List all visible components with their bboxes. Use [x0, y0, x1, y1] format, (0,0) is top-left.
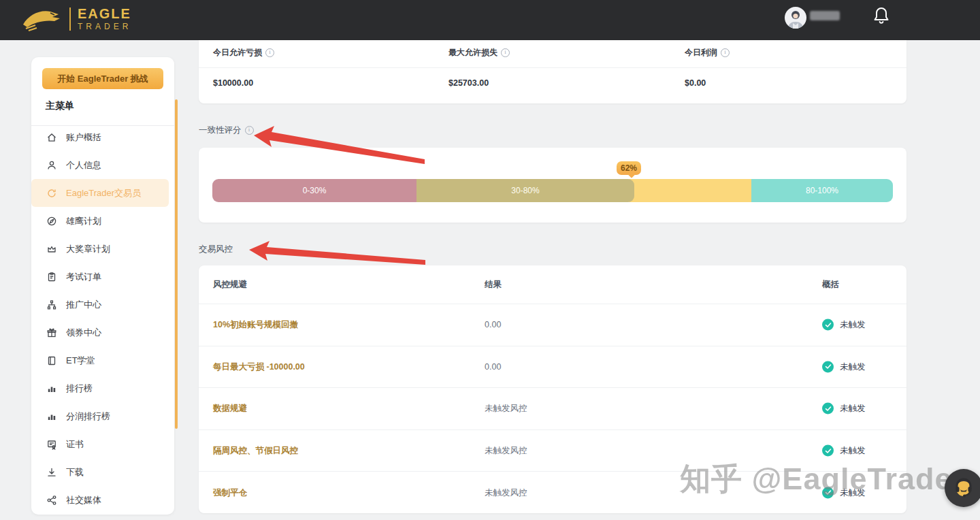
sidebar-item-personal-info[interactable]: 个人信息: [31, 151, 174, 179]
status-text: 未触发: [840, 319, 866, 331]
sidebar-item-label: 账户概括: [66, 131, 101, 144]
stat-label: 今日允许亏损: [213, 47, 274, 59]
sidebar-item-label: 考试订单: [66, 271, 101, 283]
sidebar-item-label: EagleTrader交易员: [66, 187, 141, 199]
info-icon[interactable]: [265, 48, 274, 57]
book-icon: [46, 355, 57, 366]
sidebar-item-eagletrader-trader[interactable]: EagleTrader交易员: [31, 179, 169, 207]
sidebar-item-download[interactable]: 下载: [31, 458, 174, 486]
stat-label: 最大允许损失: [448, 47, 510, 59]
table-row[interactable]: 10%初始账号规模回撤 0.00 未触发: [199, 304, 906, 346]
rule-name: 每日最大亏损 -10000.00: [213, 361, 305, 372]
status-text: 未触发: [840, 445, 866, 457]
info-icon[interactable]: [721, 48, 730, 57]
column-header-rule: 风控规避: [213, 279, 247, 291]
rule-name: 强制平仓: [213, 487, 247, 498]
column-header-summary: 概括: [822, 279, 839, 291]
sidebar-item-social-media[interactable]: 社交媒体: [31, 486, 174, 514]
table-row[interactable]: 数据规避 未触发风控 未触发: [199, 388, 906, 430]
sidebar-item-label: 推广中心: [66, 299, 101, 311]
certificate-icon: [46, 438, 57, 450]
bar-chart-icon: [46, 410, 57, 422]
sidebar-item-et-academy[interactable]: ET学堂: [31, 346, 174, 374]
stat-value-daily-profit: $0.00: [685, 78, 706, 88]
notification-bell-icon[interactable]: [872, 5, 890, 26]
rule-summary: 未触发: [822, 403, 866, 415]
share-icon: [46, 494, 57, 506]
top-bar: EAGLE TRADER: [0, 0, 980, 40]
stat-value-daily-allowed-loss: $10000.00: [213, 78, 253, 88]
sidebar-item-promotion-center[interactable]: 推广中心: [31, 291, 174, 319]
watermark-text: 知乎 @EagleTrader: [680, 459, 965, 500]
sidebar-item-eagle-plan[interactable]: 雄鹰计划: [31, 207, 174, 235]
sidebar-item-label: ET学堂: [66, 355, 95, 367]
rule-summary: 未触发: [822, 319, 866, 331]
clipboard-icon: [46, 271, 57, 282]
sidebar-item-label: 证书: [66, 438, 84, 451]
check-circle-icon: [822, 445, 834, 457]
table-header-row: 风控规避 结果 概括: [199, 265, 906, 304]
start-challenge-button[interactable]: 开始 EagleTrader 挑战: [42, 68, 163, 89]
sidebar-item-exam-orders[interactable]: 考试订单: [31, 263, 174, 291]
brand-name-bottom: TRADER: [78, 22, 131, 31]
info-icon[interactable]: [245, 126, 254, 135]
home-icon: [46, 131, 57, 143]
headset-icon: [952, 476, 975, 500]
status-text: 未触发: [840, 403, 866, 415]
stat-label: 今日利润: [685, 47, 730, 59]
sidebar-item-label: 个人信息: [66, 159, 101, 172]
red-arrow-risk: [249, 241, 425, 265]
rule-result: 0.00: [485, 362, 501, 372]
sidebar-item-label: 雄鹰计划: [66, 215, 101, 227]
status-text: 未触发: [840, 361, 866, 372]
sidebar-item-label: 社交媒体: [66, 494, 101, 506]
info-icon[interactable]: [501, 48, 510, 57]
logo-divider: [69, 7, 71, 31]
gift-icon: [46, 327, 57, 338]
rule-result: 未触发风控: [485, 445, 527, 457]
stat-value-max-allowed-loss: $25703.00: [448, 78, 489, 88]
rule-name: 隔周风控、节假日风控: [213, 445, 298, 457]
sidebar-item-profit-leaderboard[interactable]: 分润排行榜: [31, 402, 174, 430]
consistency-segment-80-100: 80-100%: [751, 179, 893, 202]
sidebar-item-label: 下载: [66, 466, 84, 478]
avatar-person-icon: [785, 7, 806, 29]
brand-logo[interactable]: EAGLE TRADER: [19, 4, 131, 34]
sync-icon: [46, 187, 57, 199]
sidebar-item-leaderboard[interactable]: 排行榜: [31, 374, 174, 402]
sidebar-item-account-overview[interactable]: 账户概括: [31, 123, 174, 151]
brand-name-top: EAGLE: [78, 7, 131, 21]
table-row[interactable]: 每日最大亏损 -10000.00 0.00 未触发: [199, 346, 906, 389]
sidebar-item-coupon-center[interactable]: 领券中心: [31, 319, 174, 346]
sidebar-item-medal-plan[interactable]: 大奖章计划: [31, 235, 174, 263]
sidebar-section-title: 主菜单: [46, 100, 74, 112]
sidebar-item-label: 大奖章计划: [66, 243, 110, 255]
sidebar-scrollbar[interactable]: [175, 99, 178, 429]
rule-summary: 未触发: [822, 361, 866, 372]
sidebar-menu: 账户概括 个人信息 EagleTrader交易员 雄鹰计划 大奖章计划 考试订单: [31, 123, 174, 514]
check-circle-icon: [822, 403, 834, 415]
bar-chart-icon: [46, 383, 57, 394]
consistency-segment-0-30: 0-30%: [212, 179, 416, 202]
eagle-logo-icon: [19, 4, 63, 34]
user-icon: [46, 159, 57, 171]
user-avatar[interactable]: [785, 7, 806, 29]
consistency-segment-30-80-filled: 30-80%: [416, 179, 634, 202]
rule-result: 未触发风控: [485, 487, 527, 498]
sidebar-item-label: 领券中心: [66, 327, 101, 339]
column-header-result: 结果: [485, 279, 502, 291]
consistency-bar: 0-30% 30-80% 80-100%: [212, 179, 893, 202]
rule-name: 数据规避: [213, 403, 247, 415]
app-root: EAGLE TRADER 开始 EagleTrader 挑战 主菜单: [0, 0, 980, 520]
risk-control-title: 交易风控: [199, 244, 233, 255]
compass-icon: [46, 215, 57, 227]
sidebar-item-certificate[interactable]: 证书: [31, 430, 174, 458]
consistency-marker-badge: 62%: [617, 161, 641, 175]
sidebar: 开始 EagleTrader 挑战 主菜单 账户概括 个人信息 EagleTra…: [31, 57, 174, 515]
rule-result: 未触发风控: [485, 403, 527, 415]
crown-icon: [46, 243, 57, 255]
rule-result: 0.00: [485, 320, 501, 329]
rule-summary: 未触发: [822, 445, 866, 457]
username-blurred[interactable]: [810, 11, 840, 20]
customer-support-button[interactable]: [945, 469, 980, 507]
